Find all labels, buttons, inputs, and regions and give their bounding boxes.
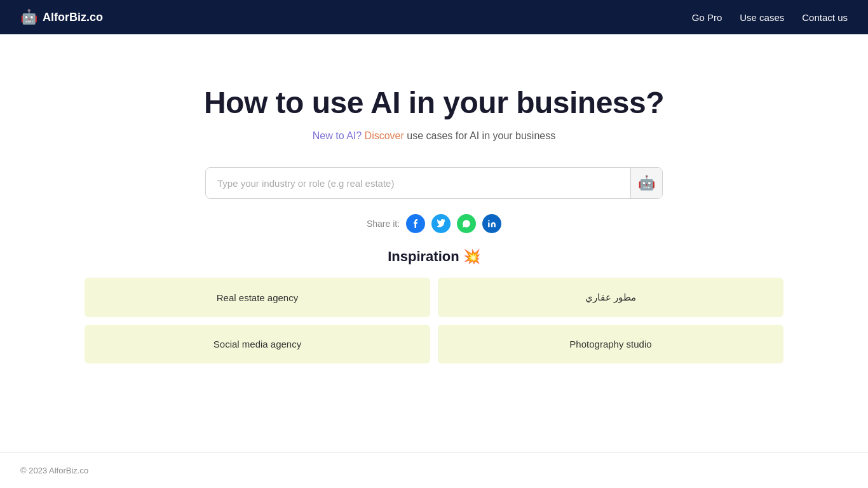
twitter-share-icon[interactable]	[431, 214, 451, 233]
subtitle-discover: Discover	[365, 130, 404, 141]
nav-contact-us[interactable]: Contact us	[802, 12, 848, 23]
nav-links: Go Pro Use cases Contact us	[692, 12, 848, 23]
share-row: Share it:	[367, 214, 501, 233]
inspiration-card-arabic[interactable]: مطور عقاري	[438, 278, 783, 317]
search-button[interactable]: 🤖	[630, 168, 662, 198]
whatsapp-share-icon[interactable]	[457, 214, 476, 233]
inspiration-grid: Real estate agency مطور عقاري Social med…	[85, 278, 783, 363]
share-label: Share it:	[367, 219, 400, 229]
inspiration-card-photography[interactable]: Photography studio	[438, 325, 783, 363]
subtitle-rest: use cases for AI in your business	[407, 130, 555, 141]
facebook-share-icon[interactable]	[406, 214, 425, 233]
navbar: 🤖 AlforBiz.co Go Pro Use cases Contact u…	[0, 0, 868, 34]
hero-title: How to use AI in your business?	[204, 85, 664, 120]
main-content: How to use AI in your business? New to A…	[0, 34, 868, 452]
footer-copyright: © 2023 AlforBiz.co	[20, 466, 88, 475]
search-container: 🤖	[205, 167, 663, 199]
nav-go-pro[interactable]: Go Pro	[692, 12, 722, 23]
brand-logo[interactable]: 🤖 AlforBiz.co	[20, 9, 103, 25]
hero-subtitle: New to AI? Discover use cases for AI in …	[313, 130, 555, 142]
search-input[interactable]	[206, 169, 630, 198]
inspiration-heading: Inspiration 💥	[388, 248, 480, 265]
inspiration-card-social-media[interactable]: Social media agency	[85, 325, 430, 363]
footer: © 2023 AlforBiz.co	[0, 452, 868, 488]
subtitle-new-to-ai: New to AI?	[313, 130, 362, 141]
brand-name: AlforBiz.co	[43, 11, 103, 24]
brand-robot-icon: 🤖	[20, 9, 37, 25]
search-robot-icon: 🤖	[638, 175, 655, 191]
linkedin-share-icon[interactable]	[482, 214, 501, 233]
nav-use-cases[interactable]: Use cases	[740, 12, 784, 23]
inspiration-card-real-estate[interactable]: Real estate agency	[85, 278, 430, 317]
